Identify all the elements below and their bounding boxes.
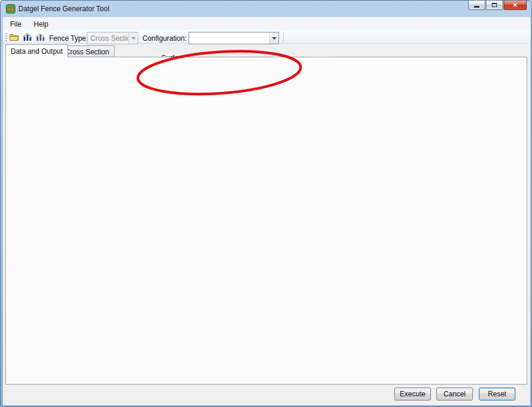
minimize-button[interactable]: [468, 1, 485, 10]
minimize-icon: [474, 6, 479, 8]
cancel-button[interactable]: Cancel: [436, 388, 473, 401]
save-as-fence-icon[interactable]: [35, 32, 46, 43]
fence-type-label: Fence Type:: [49, 34, 88, 43]
toolbar-grip: [5, 33, 7, 41]
configuration-label: Configuration:: [142, 34, 187, 43]
app-icon: [6, 4, 15, 14]
close-icon: ✕: [512, 2, 517, 8]
configuration-combo[interactable]: [189, 32, 279, 44]
maximize-button[interactable]: [486, 1, 503, 10]
app-window: Datgel Fence Generator Tool ✕ File Help …: [0, 0, 532, 407]
execute-button[interactable]: Execute: [394, 388, 431, 401]
window-title: Datgel Fence Generator Tool: [18, 5, 109, 13]
fence-type-combo: Cross Section: [87, 32, 138, 44]
menu-file[interactable]: File: [7, 19, 25, 30]
fence-type-combo-arrow: [128, 32, 138, 44]
maximize-icon: [492, 3, 497, 7]
tab-page: [5, 57, 527, 385]
menu-bar: [3, 17, 530, 30]
reset-button[interactable]: Reset: [479, 388, 515, 401]
tab-data-and-output[interactable]: Data and Output: [5, 44, 68, 57]
close-button[interactable]: ✕: [504, 1, 527, 10]
open-file-icon[interactable]: [9, 32, 20, 43]
save-fence-icon[interactable]: [22, 32, 33, 43]
toolbar-separator: [283, 32, 284, 43]
title-bar[interactable]: Datgel Fence Generator Tool ✕: [1, 1, 531, 17]
configuration-combo-arrow[interactable]: [269, 32, 278, 44]
menu-help[interactable]: Help: [30, 19, 52, 30]
